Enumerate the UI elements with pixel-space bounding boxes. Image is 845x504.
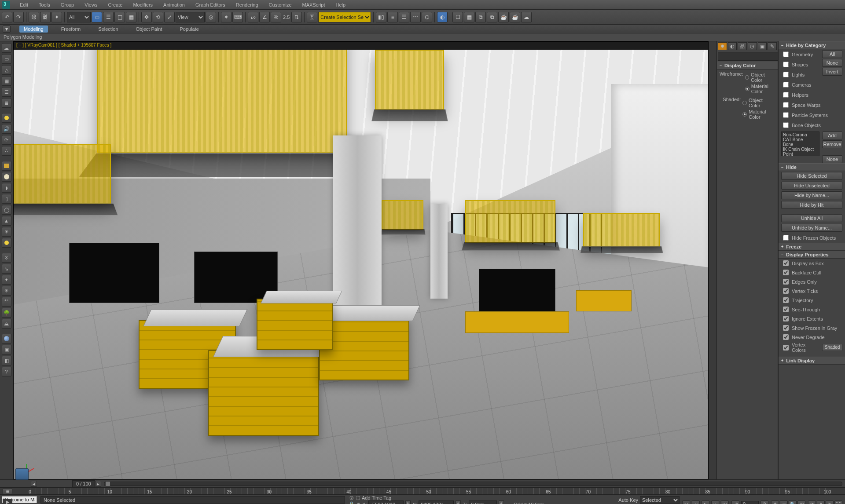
lt-misc-icon[interactable]: ◧ <box>2 356 11 365</box>
rollout-freeze[interactable]: +Freeze <box>779 243 845 251</box>
viewport-canvas[interactable] <box>14 50 708 479</box>
activeshade-icon[interactable]: ☕ <box>510 12 520 22</box>
lt-globe-icon[interactable] <box>2 334 11 343</box>
chk-display-box[interactable] <box>783 260 789 266</box>
cmd-tab-motion-icon[interactable]: ◷ <box>748 42 757 50</box>
material-editor-icon[interactable]: ◐ <box>437 12 448 22</box>
lt-light-icon[interactable] <box>2 113 11 123</box>
chk-trajectory[interactable] <box>783 297 789 303</box>
time-prev-icon[interactable]: ◂ <box>31 481 37 487</box>
btn-none2[interactable]: None <box>822 155 842 163</box>
nav-dolly-icon[interactable]: ⇕ <box>817 500 825 504</box>
chk-edges-only[interactable] <box>783 279 789 285</box>
link-icon[interactable]: ⛓ <box>29 12 39 22</box>
menu-customize[interactable]: Customize <box>264 1 297 9</box>
select-scale-icon[interactable]: ⤢ <box>164 12 175 22</box>
chk-geometry[interactable] <box>783 51 789 57</box>
lt-dot-yellow-icon[interactable] <box>2 238 11 248</box>
btn-add[interactable]: Add <box>822 131 842 139</box>
track-toggle-icon[interactable]: ≡ <box>3 488 12 494</box>
menu-help[interactable]: Help <box>331 1 351 9</box>
rendered-frame-icon[interactable]: ▦ <box>464 12 474 22</box>
lt-pyramid-icon[interactable]: ▲ <box>2 216 11 226</box>
chk-bones[interactable] <box>783 122 789 128</box>
teapot-render-icon[interactable]: ☕ <box>498 12 509 22</box>
lt-particles-icon[interactable]: ∴ <box>2 146 11 156</box>
layers-icon[interactable]: ☰ <box>399 12 409 22</box>
chk-particles[interactable] <box>783 112 789 118</box>
menu-maxscript[interactable]: MAXScript <box>297 1 331 9</box>
lt-tree-icon[interactable]: 🌳 <box>2 308 11 318</box>
goto-end-icon[interactable]: ⏭ <box>721 500 729 504</box>
rollout-hide-by-category[interactable]: –Hide by Category <box>779 41 845 49</box>
nav-fov-icon[interactable]: ◫ <box>797 500 805 504</box>
mirror-icon[interactable]: ▮▯ <box>376 12 386 22</box>
btn-all[interactable]: All <box>822 50 842 58</box>
lt-hemi-icon[interactable]: ◗ <box>2 183 11 193</box>
lt-stack-icon[interactable]: ≣ <box>2 98 11 108</box>
snaps-toggle-icon[interactable]: ᔕ <box>248 12 258 22</box>
chk-vertex-colors[interactable] <box>783 345 789 351</box>
btn-unhide-all[interactable]: Unhide All <box>781 214 842 222</box>
cmd-tab-utilities-icon[interactable]: ✎ <box>768 42 777 50</box>
lt-cylinder-icon[interactable]: ▯ <box>2 194 11 204</box>
lt-sound-icon[interactable]: 🔊 <box>2 124 11 134</box>
render-online-icon[interactable]: ☁ <box>521 12 532 22</box>
time-config-icon[interactable]: ⏱ <box>760 500 768 504</box>
lt-help-icon[interactable]: ? <box>2 367 11 376</box>
chk-lights[interactable] <box>783 72 789 77</box>
rollout-display-color[interactable]: –Display Color <box>717 62 778 69</box>
lt-torus-icon[interactable]: ◯ <box>2 205 11 215</box>
lt-terrain-icon[interactable]: ⛰ <box>2 319 11 329</box>
time-next-icon[interactable]: ▸ <box>95 481 101 487</box>
nav-zoom-extents-icon[interactable]: ▭ <box>780 500 788 504</box>
next-frame-icon[interactable]: ▸▸ <box>711 500 719 504</box>
ribbon-expand-icon[interactable]: ▾ <box>3 26 11 33</box>
manipulate-icon[interactable]: ✶ <box>221 12 231 22</box>
chk-cameras[interactable] <box>783 82 789 88</box>
curve-editor-icon[interactable]: 〰 <box>410 12 421 22</box>
menu-create[interactable]: Create <box>103 1 128 9</box>
coord-y[interactable]: 8488,132c <box>419 500 454 504</box>
nav-pan-icon[interactable]: ✥ <box>771 500 779 504</box>
render-iterate-icon[interactable]: ⧉ <box>487 12 497 22</box>
ribbon-tab-freeform[interactable]: Freeform <box>57 26 85 33</box>
time-ruler[interactable]: ≡ 05101520253035404550556065707580859095… <box>0 487 845 494</box>
btn-hide-by-hit[interactable]: Hide by Hit <box>781 201 842 209</box>
sel-lock-icon[interactable]: ⬚ <box>356 495 360 500</box>
selection-region-icon[interactable]: ◫ <box>114 12 125 22</box>
unlink-icon[interactable]: ⛓̸ <box>40 12 51 22</box>
lt-box-icon[interactable] <box>2 161 11 171</box>
menu-modifiers[interactable]: Modifiers <box>128 1 158 9</box>
chk-never-degrade[interactable] <box>783 334 789 340</box>
btn-shaded[interactable]: Shaded <box>822 344 842 351</box>
ribbon-panel-label[interactable]: Polygon Modeling <box>0 33 845 41</box>
lt-sphere-icon[interactable] <box>2 172 11 182</box>
coord-z[interactable]: 0,0cm <box>469 500 497 504</box>
select-move-icon[interactable]: ✥ <box>141 12 152 22</box>
named-selection-set[interactable]: Create Selection Se <box>318 12 371 22</box>
undo-icon[interactable]: ↶ <box>2 12 12 22</box>
viewport-label[interactable]: [ + ] [ VRayCam001 ] [ Shaded + 195607 F… <box>14 42 708 50</box>
lt-cloud-icon[interactable]: ☁ <box>2 43 11 53</box>
cmd-tab-create-icon[interactable]: ✹ <box>718 42 727 50</box>
nav-roll-icon[interactable]: ↻ <box>826 500 834 504</box>
lt-spiral-icon[interactable]: ⟳ <box>2 135 11 145</box>
app-logo-icon[interactable] <box>2 1 10 9</box>
ref-coord-select[interactable]: View <box>176 12 205 22</box>
nav-maximize-icon[interactable]: ⛶ <box>834 500 842 504</box>
menu-tools[interactable]: Tools <box>33 1 55 9</box>
keyboard-shortcut-icon[interactable]: ⌨ <box>232 12 243 22</box>
ribbon-tab-populate[interactable]: Populate <box>175 26 203 33</box>
time-scrub[interactable] <box>104 482 842 486</box>
lt-grass-icon[interactable]: ⺿ <box>2 297 11 307</box>
cmd-tab-modify-icon[interactable]: ◐ <box>728 42 737 50</box>
chk-show-frozen-gray[interactable] <box>783 325 789 331</box>
lt-sun-icon[interactable]: ☀ <box>2 227 11 237</box>
schematic-view-icon[interactable]: ⌬ <box>422 12 432 22</box>
chk-ignore-extents[interactable] <box>783 316 789 321</box>
shaded-mat-color[interactable]: Material Color <box>742 109 775 120</box>
category-list[interactable]: Non-CoronaCAT BoneBoneIK Chain ObjectPoi… <box>781 131 819 156</box>
percent-snap-icon[interactable]: % <box>271 12 281 22</box>
chk-shapes[interactable] <box>783 62 789 67</box>
